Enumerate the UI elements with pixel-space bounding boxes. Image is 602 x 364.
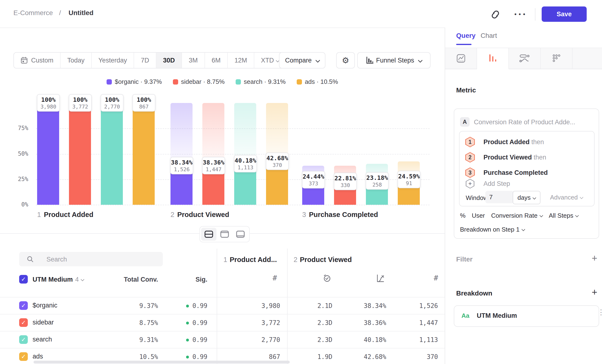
x-axis-step-label: 2Product Viewed xyxy=(171,211,229,219)
bar-pct-label: 38.36% xyxy=(203,159,225,166)
layout-toggle-group xyxy=(199,226,250,242)
funnel-bar-sidebar-step1[interactable] xyxy=(69,103,91,205)
measure-entity[interactable]: User xyxy=(472,212,485,219)
date-range-12m[interactable]: 12M xyxy=(227,53,254,68)
step-name: Product Added xyxy=(44,211,93,218)
conv-rate-value: 38.36% xyxy=(338,319,386,326)
tab-insights[interactable] xyxy=(445,48,477,69)
window-unit-select[interactable]: days xyxy=(513,191,540,204)
legend-item-ads[interactable]: ads · 10.5% xyxy=(297,78,338,86)
tab-query[interactable]: Query xyxy=(456,32,476,40)
search-input[interactable] xyxy=(46,252,160,267)
breadcrumb-parent[interactable]: E-Commerce xyxy=(13,9,53,17)
kebab-menu-icon[interactable]: ⋮​ xyxy=(597,310,602,317)
more-options-icon[interactable]: ••• xyxy=(514,11,531,19)
bar-count-label: 258 xyxy=(366,182,388,188)
bar-pct-label: 100% xyxy=(101,96,123,103)
total-conv-header[interactable]: Total Conv. xyxy=(110,276,158,283)
avg-time-value: 2.1D xyxy=(284,302,332,309)
bar-value-card: 24.59%91 xyxy=(398,171,420,188)
table-step2-header[interactable]: 2Product Viewed xyxy=(294,256,352,264)
window-value-input[interactable] xyxy=(485,191,514,203)
date-range-today[interactable]: Today xyxy=(60,53,91,68)
chevron-down-icon xyxy=(315,58,320,63)
breakdown-column-header[interactable]: UTM Medium4 xyxy=(32,276,84,283)
legend-item-sidebar[interactable]: sidebar · 8.75% xyxy=(173,78,225,86)
table-row-organic[interactable]: ✓ $organic 9.37% 0.99 3,980 2.1D 38.34% … xyxy=(0,297,445,314)
tab-chart[interactable]: Chart xyxy=(481,32,497,40)
date-range-7d[interactable]: 7D xyxy=(134,53,156,68)
gridline xyxy=(36,205,430,205)
table-row-sidebar[interactable]: ✓ sidebar 8.75% 0.99 3,772 2.3D 38.36% 1… xyxy=(0,314,445,332)
select-all-checkbox[interactable]: ✓ xyxy=(19,275,28,284)
bar-count-label: 1,113 xyxy=(235,164,257,171)
add-breakdown-button[interactable]: + xyxy=(592,289,597,296)
tab-retention[interactable] xyxy=(541,48,572,69)
count-metric-icon[interactable]: # xyxy=(428,273,438,282)
date-range-3m[interactable]: 3M xyxy=(182,53,204,68)
funnel-bar-ads-step1[interactable] xyxy=(133,103,155,205)
date-range-6m[interactable]: 6M xyxy=(204,53,227,68)
sig-header[interactable]: Sig. xyxy=(160,276,207,283)
query-step-name: Purchase Completed xyxy=(484,169,548,176)
metric-title[interactable]: Conversion Rate of Product Adde... xyxy=(474,118,575,126)
funnel-bar-search-step1[interactable] xyxy=(101,103,123,205)
total-conv-value: 9.37% xyxy=(110,302,158,309)
conversion-rate-icon[interactable] xyxy=(376,273,385,284)
avg-time-value: 2.3D xyxy=(284,319,332,326)
layout-toggle-chart-only-view[interactable] xyxy=(217,228,232,241)
row-checkbox[interactable]: ✓ xyxy=(19,318,28,327)
count-metric-icon[interactable]: # xyxy=(267,273,277,282)
query-step-1[interactable]: 1 Product Added then xyxy=(465,137,544,147)
measure-scope-select[interactable]: All Steps xyxy=(549,212,579,219)
layout-toggle-table-only-view[interactable] xyxy=(233,228,248,241)
query-step-2[interactable]: 2 Product Viewed then xyxy=(465,152,546,163)
add-step-button[interactable]: + Add Step xyxy=(465,178,510,189)
bar-pct-label: 22.81% xyxy=(334,175,356,182)
layout-toggle-split-view[interactable] xyxy=(201,228,216,241)
add-step-hexagon-icon: + xyxy=(466,179,475,188)
measure-prefix[interactable]: % xyxy=(460,212,465,219)
copy-link-icon[interactable] xyxy=(489,9,501,20)
breadcrumb-current[interactable]: Untitled xyxy=(68,9,93,17)
save-button[interactable]: Save xyxy=(542,6,587,22)
breakdown-on-step-select[interactable]: Breakdown on Step 1 xyxy=(460,226,525,233)
legend-item-search[interactable]: search · 9.31% xyxy=(236,78,286,86)
funnel-bar-organic-step1[interactable] xyxy=(37,103,59,205)
bar-count-label: 3,772 xyxy=(69,104,91,110)
table-row-search[interactable]: ✓ search 9.31% 0.99 2,770 2.3D 40.18% 1,… xyxy=(0,331,445,348)
measure-scope-label: All Steps xyxy=(549,212,573,219)
avg-time-icon[interactable] xyxy=(322,273,331,284)
row-checkbox[interactable]: ✓ xyxy=(19,352,28,361)
breakdown-item-card[interactable]: Aa UTM Medium ⋮​ xyxy=(454,305,599,327)
settings-button[interactable]: ⚙ xyxy=(336,52,355,68)
date-range-yesterday[interactable]: Yesterday xyxy=(91,53,134,68)
tab-funnels[interactable] xyxy=(477,48,509,69)
legend-item-organic[interactable]: $organic · 9.37% xyxy=(107,78,162,86)
bar-value-card: 100%3,980 xyxy=(37,94,60,112)
measure-metric-select[interactable]: Conversion Rate xyxy=(491,212,543,219)
tab-flows[interactable] xyxy=(509,48,541,69)
step2-count-value: 1,447 xyxy=(390,319,438,326)
total-conv-value: 10.5% xyxy=(110,353,158,360)
sig-value: 0.99 xyxy=(160,319,207,326)
date-range-custom[interactable]: Custom xyxy=(14,53,60,68)
step1-count-value: 2,770 xyxy=(232,336,280,343)
report-type-tabs xyxy=(445,48,602,69)
row-checkbox[interactable]: ✓ xyxy=(19,301,28,310)
table-step1-header[interactable]: 1Product Add... xyxy=(223,256,277,264)
horizontal-scrollbar[interactable] xyxy=(33,361,290,364)
bar-value-card: 100%2,770 xyxy=(101,94,124,112)
add-filter-button[interactable]: + xyxy=(592,255,597,262)
advanced-toggle[interactable]: Advanced xyxy=(550,194,583,201)
step1-count-value: 867 xyxy=(232,353,280,360)
chart-type-button[interactable]: Funnel Steps xyxy=(357,52,430,68)
tab-strip-filler xyxy=(572,48,602,69)
step-number: 2 xyxy=(294,256,297,263)
row-checkbox[interactable]: ✓ xyxy=(19,335,28,344)
query-step-3[interactable]: 3 Purchase Completed xyxy=(465,167,548,178)
step2-count-value: 1,113 xyxy=(390,336,438,343)
bar-pct-label: 100% xyxy=(69,96,91,103)
date-range-30d[interactable]: 30D xyxy=(156,53,182,68)
compare-button[interactable]: Compare xyxy=(279,52,325,68)
